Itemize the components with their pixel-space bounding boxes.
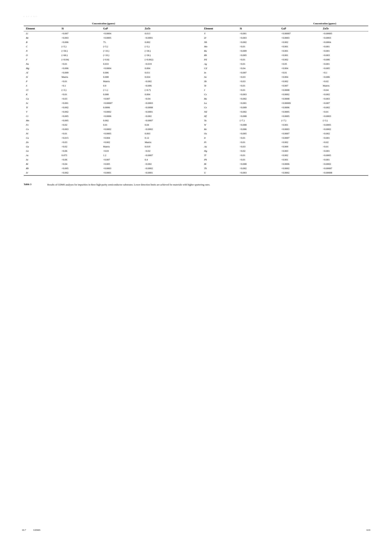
- cell-element: B: [24, 40, 59, 44]
- cell-value: <0.005: [59, 114, 101, 118]
- cell-element: Ge: [24, 149, 59, 153]
- cell-value: <0.015: [59, 136, 101, 140]
- footer-section-label: GDMS: [33, 529, 40, 532]
- table-row: SiMatrix0.0080.024Sn<0.03<0.004<0.006: [24, 75, 368, 79]
- cell-value: <0.003: [321, 97, 368, 101]
- cell-value: <0.0005: [101, 36, 143, 40]
- cell-value: <0.001: [321, 136, 368, 140]
- col-separator: [190, 127, 202, 131]
- cell-value: <0.0002: [279, 166, 321, 171]
- cell-value: <0.0001: [101, 171, 143, 176]
- cell-value: (<50.): [59, 49, 101, 53]
- cell-element: Hg: [202, 149, 238, 153]
- cell-value: <0.008: [237, 162, 279, 166]
- table-row: Cr<0.005<0.0006<0.002Hf<0.008<0.0005<0.0…: [24, 114, 368, 118]
- cell-value: <0.0005: [279, 110, 321, 114]
- cell-value: <0.02: [237, 149, 279, 153]
- cell-value: <0.007: [321, 101, 368, 105]
- cell-element: Sr: [24, 171, 59, 176]
- cell-value: <0.01: [237, 84, 279, 88]
- cell-value: 0.008: [101, 92, 143, 97]
- col-separator: [190, 157, 202, 162]
- cell-value: <0.0008: [279, 97, 321, 101]
- cell-value: <0.002: [101, 140, 143, 144]
- cell-value: <0.0003: [321, 36, 368, 40]
- cell-value: <0.002: [321, 92, 368, 97]
- cell-element: P: [24, 79, 59, 84]
- cell-value: 0.003: [143, 131, 190, 136]
- cell-value: <0.00007: [321, 166, 368, 171]
- col-separator: [190, 62, 202, 66]
- cell-value: (<30.): [143, 53, 190, 58]
- col-separator: [190, 171, 202, 176]
- cell-value: <0.006: [59, 66, 101, 71]
- col-separator: [190, 131, 202, 136]
- cell-element: Br: [24, 162, 59, 166]
- cell-element: Sc: [24, 101, 59, 105]
- col-header-gap-1: GaP: [101, 26, 143, 31]
- table-row: Co<0.003<0.0002<0.0002Re<0.006<0.0003<0.…: [24, 127, 368, 131]
- cell-element: Rb: [24, 166, 59, 171]
- footer-left: 10.7 GDMS: [22, 529, 40, 532]
- cell-value: <0.0008: [143, 105, 190, 110]
- cell-value: 0.004: [143, 66, 190, 71]
- cell-value: <0.01: [237, 58, 279, 62]
- cell-element: Zr: [202, 36, 238, 40]
- cell-value: <0.002: [143, 114, 190, 118]
- cell-value: <0.007: [101, 97, 143, 101]
- cell-element: V: [24, 110, 59, 114]
- cell-value: <0.003: [59, 127, 101, 131]
- cell-value: <0.0005: [101, 131, 143, 136]
- cell-value: <0.04: [321, 88, 368, 92]
- table-section: Concentration (ppmw) Concentration (ppmw…: [24, 22, 368, 176]
- cell-value: (<3.): [321, 118, 368, 123]
- cell-value: <0.00007: [279, 31, 321, 36]
- cell-element: Nd: [202, 110, 238, 114]
- col-separator: [190, 49, 202, 53]
- table-row: Ti<0.0020.0006<0.0008Ce<0.009<0.0006<0.0…: [24, 105, 368, 110]
- cell-value: <0.005: [101, 162, 143, 166]
- cell-element: Ti: [24, 105, 59, 110]
- cell-value: (<1.): [101, 88, 143, 92]
- cell-value: <0.01: [237, 44, 279, 49]
- cell-value: <0.007: [279, 84, 321, 88]
- cell-element: Pd: [202, 58, 238, 62]
- cell-value: <0.006: [143, 84, 190, 88]
- cell-element: Se: [24, 157, 59, 162]
- cell-value: 0.011: [143, 71, 190, 75]
- cell-value: <0.02: [59, 144, 101, 149]
- cell-value: <0.006: [237, 127, 279, 131]
- cell-value: <0.003: [237, 92, 279, 97]
- cell-value: <0.1: [321, 71, 368, 75]
- cell-value: <0.03: [59, 97, 101, 101]
- cell-element: Pt: [202, 140, 238, 144]
- cell-value: <0.0007: [143, 118, 190, 123]
- cell-value: <0.006: [321, 58, 368, 62]
- cell-value: <0.03: [237, 79, 279, 84]
- col-header-znte-2: ZnTe: [321, 26, 368, 31]
- cell-value: 0.006: [101, 71, 143, 75]
- cell-value: 75.: [101, 40, 143, 44]
- cell-value: <0.01: [279, 71, 321, 75]
- cell-value: <0.0007: [279, 136, 321, 140]
- cell-value: (<7.): [237, 118, 279, 123]
- cell-value: 0.04: [143, 123, 190, 127]
- cell-element: S: [24, 84, 59, 88]
- cell-value: 0.019: [143, 144, 190, 149]
- cell-value: Matrix: [143, 140, 190, 144]
- col-separator: [190, 97, 202, 101]
- table-row: F(<0.04)(<0.8)(<0.002)Pd<0.01<0.002<0.00…: [24, 58, 368, 62]
- cell-value: <0.0002: [279, 92, 321, 97]
- cell-element: Th: [202, 166, 238, 171]
- cell-value: <0.002: [279, 58, 321, 62]
- cell-element: Sn: [202, 75, 238, 79]
- col-separator: [190, 101, 202, 105]
- cell-element: F: [24, 58, 59, 62]
- cell-value: <0.001: [321, 157, 368, 162]
- cell-element: Ca: [24, 97, 59, 101]
- cell-value: <0.002: [321, 131, 368, 136]
- col-separator: [190, 40, 202, 44]
- cell-value: <0.00005: [321, 31, 368, 36]
- col-header-znte-1: ZnTe: [143, 26, 190, 31]
- cell-element: Ce: [202, 105, 238, 110]
